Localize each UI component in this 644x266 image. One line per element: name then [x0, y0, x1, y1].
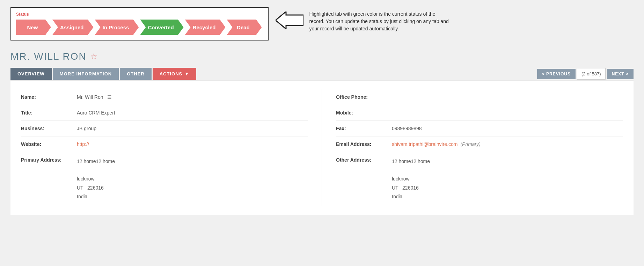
field-row-mobile: Mobile:: [336, 105, 623, 121]
label-email: Email Address:: [336, 141, 392, 147]
name-card-icon: ☰: [107, 94, 112, 100]
label-business: Business:: [21, 126, 77, 131]
status-label: Status: [16, 12, 263, 17]
step-converted[interactable]: Converted: [140, 20, 183, 35]
field-row-business: Business: JB group: [21, 121, 308, 136]
step-dead[interactable]: Dead: [227, 20, 262, 35]
page-wrapper: Status New Assigned In Process Converted…: [0, 0, 644, 222]
tab-navigation: < PREVIOUS (2 of 587) NEXT >: [537, 68, 634, 80]
status-steps: New Assigned In Process Converted Recycl…: [16, 20, 263, 35]
step-recycled[interactable]: Recycled: [185, 20, 226, 35]
field-row-name: Name: Mr. Will Ron ☰: [21, 89, 308, 105]
step-new[interactable]: New: [16, 20, 51, 35]
left-column: Name: Mr. Will Ron ☰ Title: Auro CRM Exp…: [21, 89, 322, 206]
value-primary-address: 12 home12 home lucknow UT 226016 India: [77, 157, 308, 201]
record-salutation: MR.: [10, 51, 30, 62]
value-email[interactable]: shivam.tripathi@brainvire.com (Primary): [392, 141, 623, 147]
arrow-left-icon: [276, 12, 303, 32]
label-office-phone: Office Phone:: [336, 94, 392, 100]
favorite-star-icon[interactable]: ☆: [90, 52, 98, 61]
label-mobile: Mobile:: [336, 110, 392, 116]
value-fax: 09898989898: [392, 126, 623, 131]
value-name: Mr. Will Ron ☰: [77, 94, 308, 100]
field-row-other-address: Other Address: 12 home12 home lucknow UT…: [336, 152, 623, 206]
status-section: Status New Assigned In Process Converted…: [10, 7, 269, 40]
step-assigned[interactable]: Assigned: [52, 20, 94, 35]
next-button[interactable]: NEXT >: [607, 69, 634, 79]
record-title: MR. WILL RON ☆: [10, 51, 634, 62]
svg-marker-0: [276, 12, 303, 29]
label-other-address: Other Address:: [336, 157, 392, 163]
field-row-website: Website: http://: [21, 136, 308, 152]
arrow-note: Highlighted tab with green color is the …: [276, 10, 449, 32]
field-row-fax: Fax: 09898989898: [336, 121, 623, 136]
label-primary-address: Primary Address:: [21, 157, 77, 163]
label-fax: Fax:: [336, 126, 392, 131]
main-content: Name: Mr. Will Ron ☰ Title: Auro CRM Exp…: [10, 80, 634, 215]
field-row-email: Email Address: shivam.tripathi@brainvire…: [336, 136, 623, 152]
label-title: Title:: [21, 110, 77, 116]
tabs-bar: OVERVIEW MORE INFORMATION OTHER ACTIONS …: [10, 68, 634, 80]
field-row-primary-address: Primary Address: 12 home12 home lucknow …: [21, 152, 308, 206]
field-row-office-phone: Office Phone:: [336, 89, 623, 105]
label-name: Name:: [21, 94, 77, 100]
field-row-title: Title: Auro CRM Expert: [21, 105, 308, 121]
dropdown-arrow-icon: ▼: [184, 71, 189, 76]
top-section: Status New Assigned In Process Converted…: [10, 7, 634, 44]
value-website[interactable]: http://: [77, 141, 308, 147]
value-title: Auro CRM Expert: [77, 110, 308, 116]
right-column: Office Phone: Mobile: Fax: 09898989898 E…: [322, 89, 623, 206]
step-in-process[interactable]: In Process: [95, 20, 139, 35]
tab-actions[interactable]: ACTIONS ▼: [153, 68, 196, 80]
record-name: WILL RON: [34, 51, 86, 62]
tab-other[interactable]: OTHER: [120, 68, 152, 80]
status-note-text: Highlighted tab with green color is the …: [309, 10, 449, 32]
label-website: Website:: [21, 141, 77, 147]
tab-overview[interactable]: OVERVIEW: [10, 68, 52, 80]
value-other-address: 12 home12 home lucknow UT 226016 India: [392, 157, 623, 201]
email-primary-tag: (Primary): [460, 141, 481, 147]
tab-more-information[interactable]: MORE INFORMATION: [53, 68, 119, 80]
fields-grid: Name: Mr. Will Ron ☰ Title: Auro CRM Exp…: [21, 89, 623, 206]
previous-button[interactable]: < PREVIOUS: [537, 69, 576, 79]
pagination-count: (2 of 587): [577, 68, 606, 80]
value-business: JB group: [77, 126, 308, 131]
